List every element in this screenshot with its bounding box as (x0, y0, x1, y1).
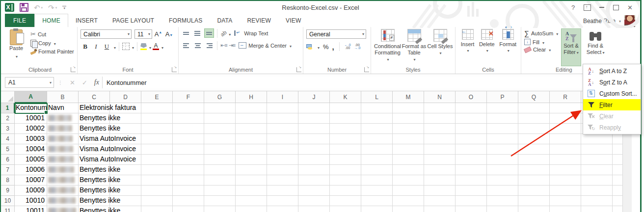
enter-icon[interactable]: ✓ (82, 79, 87, 86)
cell[interactable] (456, 113, 487, 124)
cell[interactable] (581, 206, 613, 212)
cell[interactable] (393, 124, 424, 134)
cell[interactable]: 10011 (15, 206, 47, 212)
cell[interactable] (236, 175, 267, 186)
cell-styles-button[interactable]: Cell Styles (427, 28, 453, 66)
cell[interactable] (550, 144, 581, 155)
column-header[interactable]: A (15, 91, 47, 103)
cell[interactable] (173, 165, 204, 175)
cell[interactable] (518, 134, 550, 144)
cell[interactable] (330, 186, 361, 196)
cell[interactable] (267, 186, 298, 196)
cell[interactable] (47, 144, 79, 155)
cell[interactable] (330, 113, 361, 124)
column-header[interactable]: R (550, 91, 581, 103)
bold-button[interactable]: B (80, 42, 90, 51)
fill-handle[interactable] (44, 110, 48, 114)
delete-cells-button[interactable]: Delete (479, 28, 495, 66)
italic-button[interactable]: I (91, 42, 101, 51)
select-all-corner[interactable] (1, 91, 15, 103)
cell[interactable] (204, 165, 236, 175)
cell[interactable]: 10009 (15, 186, 47, 196)
cell[interactable] (236, 186, 267, 196)
cell[interactable]: Benyttes ikke (79, 165, 110, 175)
cell[interactable] (141, 175, 173, 186)
maximize-button[interactable] (609, 2, 623, 13)
cell[interactable]: Benyttes ikke (79, 175, 110, 186)
chevron-down-icon[interactable] (228, 29, 231, 38)
format-as-table-button[interactable]: Format as Table (401, 28, 427, 66)
cell[interactable] (518, 144, 550, 155)
tab-insert[interactable]: INSERT (68, 14, 105, 27)
name-box[interactable]: A1▾ (5, 77, 54, 88)
excel-app-icon[interactable]: X (5, 3, 14, 12)
minimize-button[interactable] (594, 2, 609, 13)
cell[interactable] (550, 113, 581, 124)
cell[interactable] (236, 196, 267, 206)
cell[interactable] (487, 206, 518, 212)
cell[interactable] (330, 124, 361, 134)
avatar[interactable] (624, 15, 635, 27)
cell[interactable] (204, 175, 236, 186)
cell[interactable] (47, 155, 79, 165)
cell[interactable] (393, 175, 424, 186)
user-account[interactable]: Beathe Rian ▾ (583, 15, 635, 27)
cell[interactable]: 10004 (15, 144, 47, 155)
cell[interactable] (47, 134, 79, 144)
cell[interactable] (298, 113, 330, 124)
cell[interactable] (456, 186, 487, 196)
undo-button[interactable]: ↶▾ (34, 4, 43, 11)
fill-color-button[interactable] (140, 43, 147, 50)
borders-button[interactable] (122, 43, 130, 50)
cell[interactable] (141, 134, 173, 144)
row-header[interactable]: 6 (1, 155, 15, 165)
format-cells-button[interactable]: Format (499, 28, 516, 66)
cell[interactable] (47, 165, 79, 175)
cell[interactable] (550, 206, 581, 212)
cell[interactable] (204, 206, 236, 212)
cell[interactable] (236, 134, 267, 144)
cell[interactable] (173, 175, 204, 186)
alignment-dialog-launcher[interactable] (296, 67, 301, 72)
row-header[interactable]: 11 (1, 206, 15, 212)
cell[interactable] (518, 206, 550, 212)
chevron-down-icon[interactable] (317, 42, 320, 51)
cell[interactable] (298, 165, 330, 175)
cell[interactable] (204, 144, 236, 155)
cell[interactable] (236, 206, 267, 212)
cell[interactable] (47, 113, 79, 124)
cell[interactable]: Benyttes ikke (79, 196, 110, 206)
row-header[interactable]: 1 (1, 103, 15, 113)
cell[interactable] (424, 196, 456, 206)
font-dialog-launcher[interactable] (172, 67, 177, 72)
cell[interactable] (393, 206, 424, 212)
cell[interactable] (173, 186, 204, 196)
clear-button[interactable]: Clear (524, 47, 558, 53)
cell[interactable] (581, 196, 613, 206)
cell[interactable]: 10007 (15, 175, 47, 186)
column-header[interactable]: G (204, 91, 236, 103)
cell[interactable] (141, 186, 173, 196)
cell[interactable] (361, 134, 393, 144)
cell[interactable] (424, 155, 456, 165)
cell[interactable] (361, 113, 393, 124)
cell[interactable] (236, 144, 267, 155)
cell[interactable] (581, 186, 613, 196)
cell[interactable] (141, 155, 173, 165)
cell[interactable] (298, 196, 330, 206)
decrease-decimal-button[interactable]: .00→.0 (354, 44, 361, 50)
save-button[interactable] (20, 3, 28, 12)
cell[interactable] (204, 124, 236, 134)
tab-home[interactable]: HOME (34, 14, 68, 27)
cell[interactable] (173, 134, 204, 144)
column-header[interactable]: J (298, 91, 330, 103)
cell[interactable] (236, 113, 267, 124)
cell[interactable] (550, 103, 581, 113)
cell[interactable] (141, 165, 173, 175)
cell[interactable] (487, 155, 518, 165)
cell[interactable] (518, 124, 550, 134)
cell[interactable] (393, 186, 424, 196)
cell[interactable] (236, 124, 267, 134)
cell[interactable] (204, 186, 236, 196)
cell[interactable]: Visma AutoInvoice (79, 155, 110, 165)
